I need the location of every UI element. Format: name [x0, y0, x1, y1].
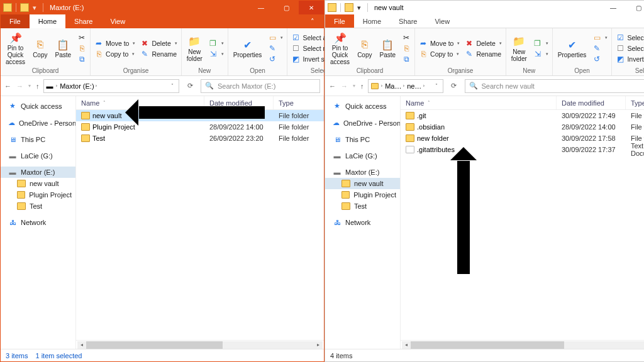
move-to-button[interactable]: ➦Move to▾ — [418, 38, 461, 48]
rename-button[interactable]: ✎Rename — [139, 49, 178, 59]
breadcrumb[interactable]: ▬ › Maxtor (E:) › ˅ — [43, 79, 180, 93]
file-list[interactable]: .git 30/09/2022 17:49 File folder .obsid… — [401, 110, 644, 340]
file-row[interactable]: new folder 30/09/2022 17:58 File folder — [401, 133, 644, 144]
paste-button[interactable]: 📋Paste — [377, 31, 398, 66]
open-button[interactable]: ▭▾ — [267, 33, 284, 43]
sidebar-item-lacie[interactable]: ▬LaCie (G:) — [325, 150, 400, 162]
up-button[interactable]: ↑ — [36, 82, 40, 90]
forward-button[interactable]: → — [16, 82, 23, 90]
delete-button[interactable]: ✖Delete▾ — [464, 38, 502, 48]
tab-file[interactable]: File — [325, 14, 354, 28]
tab-home[interactable]: Home — [30, 14, 65, 28]
sidebar-item-this-pc[interactable]: 🖥This PC — [325, 134, 400, 145]
sidebar-item-new-vault[interactable]: new vault — [1, 178, 75, 189]
sidebar-item-this-pc[interactable]: 🖥This PC — [1, 134, 75, 145]
scrollbar-thumb[interactable] — [86, 341, 223, 349]
file-row[interactable]: Test 26/09/2022 23:20 File folder — [76, 133, 324, 144]
paste-button[interactable]: 📋Paste — [52, 31, 74, 66]
column-date[interactable]: Date modified — [557, 96, 626, 109]
navigation-pane[interactable]: ★Quick access ☁OneDrive - Personal 🖥This… — [1, 96, 76, 349]
tab-home[interactable]: Home — [354, 14, 390, 28]
sidebar-item-maxtor[interactable]: ▬Maxtor (E:) — [325, 167, 400, 178]
column-headers[interactable]: Name˄ Date modified Type — [401, 96, 644, 110]
back-button[interactable]: ← — [4, 82, 11, 90]
new-item-button[interactable]: ❐▾ — [208, 38, 225, 48]
back-button[interactable]: ← — [329, 82, 336, 90]
invert-selection-button[interactable]: ◩Invert selection — [614, 54, 644, 64]
copy-to-button[interactable]: ⎘Copy to▾ — [418, 49, 461, 59]
tab-share[interactable]: Share — [65, 14, 101, 28]
properties-button[interactable]: ✔Properties — [555, 31, 589, 66]
up-button[interactable]: ↑ — [360, 82, 364, 90]
new-item-button[interactable]: ❐▾ — [532, 38, 550, 48]
search-input[interactable]: 🔍Search new vault — [465, 79, 645, 93]
sidebar-item-network[interactable]: 🖧Network — [1, 217, 75, 228]
navigation-pane[interactable]: ★Quick access ☁OneDrive - Personal 🖥This… — [325, 96, 401, 349]
maximize-button[interactable]: ▢ — [274, 1, 299, 14]
file-row[interactable]: .gitattributes 30/09/2022 17:37 Text Doc… — [401, 144, 644, 155]
chevron-down-icon[interactable]: ▾ — [33, 4, 36, 12]
sidebar-item-quick-access[interactable]: ★Quick access — [325, 100, 400, 112]
recent-locations-button[interactable]: ▾ — [28, 83, 31, 89]
cut-button[interactable]: ✂ — [76, 33, 87, 43]
sidebar-item-lacie[interactable]: ▬LaCie (G:) — [1, 150, 75, 162]
tab-share[interactable]: Share — [390, 14, 426, 28]
sidebar-item-new-vault[interactable]: new vault — [325, 178, 400, 189]
copy-button[interactable]: ⎘Copy — [30, 31, 50, 66]
recent-locations-button[interactable]: ▾ — [353, 83, 355, 89]
tab-view[interactable]: View — [101, 14, 134, 28]
edit-button[interactable]: ✎ — [591, 43, 609, 53]
sidebar-item-onedrive[interactable]: ☁OneDrive - Personal — [325, 117, 400, 129]
pin-to-quick-access-button[interactable]: 📌Pin to Quick access — [328, 31, 352, 66]
delete-button[interactable]: ✖Delete▾ — [139, 38, 178, 48]
sidebar-item-network[interactable]: 🖧Network — [325, 217, 400, 228]
close-button[interactable]: ✕ — [299, 1, 324, 14]
copy-button[interactable]: ⎘Copy — [355, 31, 374, 66]
titlebar[interactable]: ▾ Maxtor (E:) — ▢ ✕ — [1, 1, 324, 14]
sidebar-item-plugin-project[interactable]: Plugin Project — [1, 189, 75, 200]
sidebar-item-test[interactable]: Test — [1, 200, 75, 212]
sidebar-item-quick-access[interactable]: ★Quick access — [1, 100, 75, 112]
history-button[interactable]: ↺ — [267, 54, 284, 64]
search-input[interactable]: 🔍Search Maxtor (E:) — [201, 79, 320, 93]
chevron-down-icon[interactable]: ˅ — [433, 83, 440, 89]
easy-access-button[interactable]: ⇲▾ — [208, 49, 225, 59]
new-folder-button[interactable]: 📁New folder — [184, 31, 205, 66]
paste-shortcut-button[interactable]: ⧉ — [76, 54, 87, 64]
column-name[interactable]: Name˄ — [401, 96, 557, 109]
file-row[interactable]: .git 30/09/2022 17:49 File folder — [401, 110, 644, 121]
tab-view[interactable]: View — [426, 14, 458, 28]
file-row[interactable]: Plugin Project 28/09/2022 14:00 File fol… — [76, 121, 324, 133]
scroll-left-button[interactable]: ◂ — [402, 341, 411, 349]
paste-shortcut-button[interactable]: ⧉ — [401, 54, 412, 64]
easy-access-button[interactable]: ⇲▾ — [532, 49, 550, 59]
minimize-button[interactable]: — — [601, 1, 626, 14]
column-type[interactable]: Type — [626, 96, 644, 109]
ribbon-collapse-button[interactable]: ˄ — [301, 14, 324, 28]
properties-button[interactable]: ✔Properties — [231, 31, 265, 66]
history-button[interactable]: ↺ — [591, 54, 609, 64]
breadcrumb[interactable]: › Ma… › ne… › ˅ — [368, 79, 443, 93]
new-folder-button[interactable]: 📁New folder — [509, 31, 530, 66]
minimize-button[interactable]: — — [248, 1, 274, 14]
move-to-button[interactable]: ➦Move to▾ — [93, 38, 136, 48]
scroll-right-button[interactable]: ▸ — [314, 341, 323, 349]
tab-file[interactable]: File — [1, 14, 30, 28]
copy-path-button[interactable]: ⎘ — [401, 43, 412, 53]
refresh-button[interactable]: ⟳ — [183, 79, 197, 93]
chevron-down-icon[interactable]: ▾ — [357, 4, 361, 12]
chevron-down-icon[interactable]: ˅ — [169, 83, 176, 89]
sidebar-item-maxtor[interactable]: ▬Maxtor (E:) — [1, 167, 75, 178]
open-button[interactable]: ▭▾ — [591, 33, 609, 43]
file-list[interactable]: new vault File folder Plugin Project 28/… — [76, 110, 324, 340]
horizontal-scrollbar[interactable]: ◂ ▸ — [401, 340, 644, 349]
scroll-left-button[interactable]: ◂ — [77, 341, 86, 349]
horizontal-scrollbar[interactable]: ◂ ▸ — [76, 340, 324, 349]
copy-path-button[interactable]: ⎘ — [76, 43, 87, 53]
edit-button[interactable]: ✎ — [267, 43, 284, 53]
refresh-button[interactable]: ⟳ — [447, 79, 461, 93]
titlebar[interactable]: ▾ new vault — ▢ ✕ — [325, 1, 644, 14]
scrollbar-thumb[interactable] — [411, 341, 564, 349]
maximize-button[interactable]: ▢ — [626, 1, 644, 14]
rename-button[interactable]: ✎Rename — [464, 49, 502, 59]
